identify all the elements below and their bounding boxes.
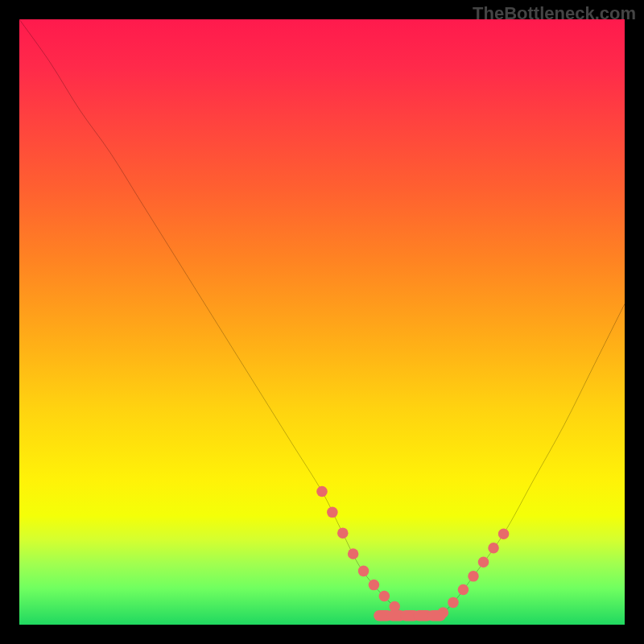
- svg-point-14: [498, 528, 510, 539]
- chart-plot-area: [19, 19, 625, 625]
- svg-point-13: [488, 543, 499, 554]
- threshold-overlay: [316, 486, 509, 618]
- svg-point-3: [348, 548, 359, 559]
- svg-point-10: [458, 584, 469, 596]
- chart-svg: [19, 19, 625, 625]
- bottleneck-curve: [19, 19, 625, 620]
- svg-point-9: [448, 597, 459, 609]
- svg-point-5: [369, 580, 380, 591]
- svg-point-11: [468, 571, 479, 582]
- svg-point-4: [358, 566, 369, 577]
- svg-point-2: [337, 527, 349, 539]
- svg-point-0: [316, 486, 328, 497]
- svg-point-6: [379, 591, 390, 602]
- svg-point-12: [478, 557, 489, 568]
- svg-point-1: [327, 507, 338, 518]
